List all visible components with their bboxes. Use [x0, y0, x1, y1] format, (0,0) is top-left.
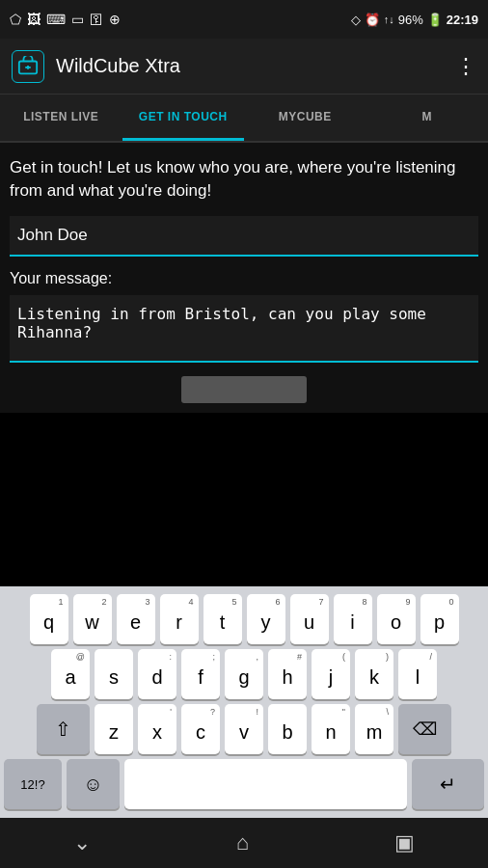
data-transfer-icon: ↑↓	[384, 14, 394, 25]
key-i[interactable]: 8i	[334, 594, 372, 644]
tab-get-in-touch[interactable]: GET IN TOUCH	[122, 95, 245, 141]
key-e[interactable]: 3e	[117, 594, 155, 644]
keyboard-row-4: 12!? ☺ ↵	[4, 759, 484, 809]
send-bar	[10, 376, 478, 403]
key-s[interactable]: s	[95, 649, 133, 699]
alarm-icon: ⏰	[365, 13, 380, 27]
tab-listen-live[interactable]: LISTEN LIVE	[0, 95, 122, 141]
key-h[interactable]: #h	[268, 649, 307, 699]
message-input[interactable]	[10, 295, 478, 363]
key-y[interactable]: 6y	[247, 594, 285, 644]
key-o[interactable]: 9o	[377, 594, 416, 644]
key-l[interactable]: /l	[398, 649, 437, 699]
tab-bar: LISTEN LIVE GET IN TOUCH MYCUBE M	[0, 95, 488, 143]
key-c[interactable]: ?c	[181, 704, 220, 754]
android-icon: ⊕	[109, 12, 121, 27]
status-icons-right: ◇ ⏰ ↑↓ 96% 🔋 22:19	[351, 13, 478, 27]
app-title: WildCube Xtra	[56, 55, 180, 77]
key-a[interactable]: @a	[51, 649, 90, 699]
key-d[interactable]: :d	[138, 649, 176, 699]
image-icon: 🖼	[27, 12, 41, 27]
key-k[interactable]: )k	[355, 649, 393, 699]
recent-nav-icon[interactable]: ▣	[394, 830, 415, 855]
key-m[interactable]: \m	[355, 704, 393, 754]
message-label: Your message:	[10, 270, 478, 287]
key-g[interactable]: ,g	[225, 649, 263, 699]
key-v[interactable]: !v	[225, 704, 263, 754]
keyboard-row-1: 1q 2w 3e 4r 5t 6y 7u 8i 9o 0p	[4, 594, 484, 644]
numbers-key[interactable]: 12!?	[4, 759, 62, 809]
keyboard-row-3: ⇧ z 'x ?c !v b "n \m ⌫	[4, 704, 484, 754]
tab-more[interactable]: M	[366, 95, 489, 141]
pentagon-icon: ⬠	[10, 12, 21, 27]
key-u[interactable]: 7u	[290, 594, 329, 644]
space-key[interactable]	[124, 759, 407, 809]
status-icons-left: ⬠ 🖼 ⌨ ▭ ⚿ ⊕	[10, 12, 121, 27]
enter-key[interactable]: ↵	[412, 759, 484, 809]
key-p[interactable]: 0p	[420, 594, 459, 644]
key-q[interactable]: 1q	[30, 594, 68, 644]
key-j[interactable]: (j	[312, 649, 350, 699]
key-z[interactable]: z	[95, 704, 133, 754]
backspace-key[interactable]: ⌫	[398, 704, 451, 754]
key-x[interactable]: 'x	[138, 704, 176, 754]
key-f[interactable]: ;f	[181, 649, 220, 699]
name-input[interactable]	[10, 216, 478, 257]
content-area: Get in touch! Let us know who you are, w…	[0, 143, 488, 413]
keyboard: 1q 2w 3e 4r 5t 6y 7u 8i 9o 0p @a s :d ;f…	[0, 586, 488, 818]
battery-percent: 96%	[398, 13, 423, 27]
back-nav-icon[interactable]: ⌄	[73, 830, 91, 855]
send-button[interactable]	[181, 376, 307, 403]
key-r[interactable]: 4r	[160, 594, 199, 644]
clock: 22:19	[447, 13, 478, 27]
key-b[interactable]: b	[268, 704, 307, 754]
app-icon	[12, 50, 44, 83]
usb-icon: ⚿	[90, 12, 103, 27]
bottom-nav: ⌄ ⌂ ▣	[0, 818, 488, 868]
shift-key[interactable]: ⇧	[37, 704, 90, 754]
home-nav-icon[interactable]: ⌂	[236, 830, 249, 855]
screen-icon: ▭	[71, 12, 84, 27]
keyboard-row-2: @a s :d ;f ,g #h (j )k /l	[4, 649, 484, 699]
title-bar: WildCube Xtra ⋮	[0, 39, 488, 95]
title-left: WildCube Xtra	[12, 50, 180, 83]
tab-mycube[interactable]: MYCUBE	[244, 95, 366, 141]
overflow-menu-icon[interactable]: ⋮	[455, 54, 476, 79]
intro-text: Get in touch! Let us know who you are, w…	[10, 156, 478, 203]
emoji-key[interactable]: ☺	[67, 759, 120, 809]
keyboard-icon: ⌨	[46, 12, 66, 27]
key-t[interactable]: 5t	[203, 594, 242, 644]
key-w[interactable]: 2w	[73, 594, 112, 644]
key-n[interactable]: "n	[312, 704, 350, 754]
status-bar: ⬠ 🖼 ⌨ ▭ ⚿ ⊕ ◇ ⏰ ↑↓ 96% 🔋 22:19	[0, 0, 488, 39]
signal-diamond-icon: ◇	[351, 13, 361, 27]
keyboard-rows: 1q 2w 3e 4r 5t 6y 7u 8i 9o 0p @a s :d ;f…	[0, 586, 488, 818]
battery-icon: 🔋	[427, 13, 443, 27]
